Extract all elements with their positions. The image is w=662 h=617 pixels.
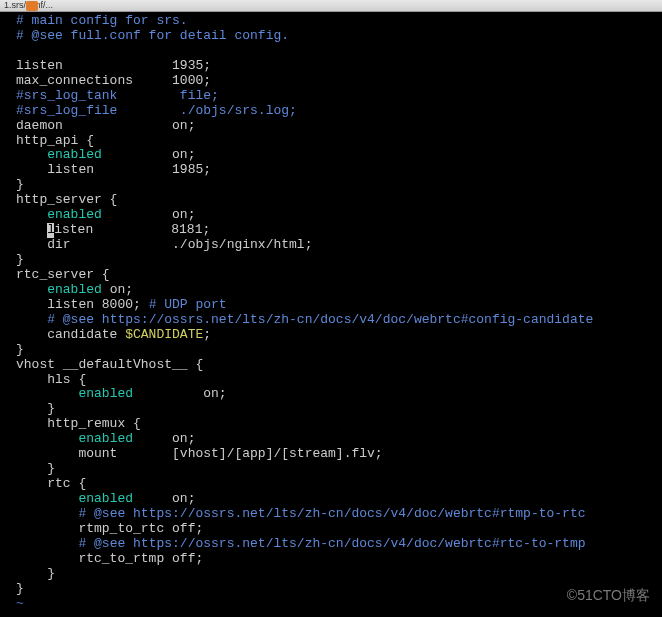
code-line: #srs_log_tank file;	[16, 89, 662, 104]
code-line: listen 8181;	[16, 223, 662, 238]
code-text: }	[16, 401, 55, 416]
comment-text: # UDP port	[149, 297, 227, 312]
code-line: vhost __defaultVhost__ {	[16, 358, 662, 373]
code-line: dir ./objs/nginx/html;	[16, 238, 662, 253]
code-text	[16, 431, 78, 446]
code-text: on;	[102, 282, 133, 297]
code-line: http_server {	[16, 193, 662, 208]
code-line: # @see https://ossrs.net/lts/zh-cn/docs/…	[16, 507, 662, 522]
code-line: rtmp_to_rtc off;	[16, 522, 662, 537]
code-text: rtc_to_rtmp off;	[16, 551, 203, 566]
code-text: }	[16, 177, 24, 192]
code-text: on;	[133, 491, 195, 506]
code-line: }	[16, 253, 662, 268]
comment-text: # @see https://ossrs.net/lts/zh-cn/docs/…	[78, 536, 585, 551]
keyword-text: enabled	[47, 282, 102, 297]
keyword-text: enabled	[78, 431, 133, 446]
code-text: http_server {	[16, 192, 117, 207]
code-line: hls {	[16, 373, 662, 388]
code-line: # @see full.conf for detail config.	[16, 29, 662, 44]
code-text: listen 8000;	[16, 297, 149, 312]
code-editor[interactable]: # main config for srs.# @see full.conf f…	[0, 12, 662, 612]
code-text	[16, 222, 47, 237]
app-icon	[26, 1, 38, 11]
code-line: rtc_server {	[16, 268, 662, 283]
code-text: }	[16, 252, 24, 267]
watermark: ©51CTO博客	[567, 587, 650, 603]
code-text	[16, 312, 47, 327]
code-line: listen 8000; # UDP port	[16, 298, 662, 313]
keyword-text: enabled	[47, 207, 102, 222]
variable-text: $CANDIDATE	[125, 327, 203, 342]
code-text: dir ./objs/nginx/html;	[16, 237, 312, 252]
code-text: listen 1985;	[16, 162, 211, 177]
code-line: # @see https://ossrs.net/lts/zh-cn/docs/…	[16, 537, 662, 552]
code-text: vhost __defaultVhost__ {	[16, 357, 203, 372]
code-text	[16, 282, 47, 297]
code-text: http_api {	[16, 133, 94, 148]
code-line: # main config for srs.	[16, 14, 662, 29]
code-line: http_api {	[16, 134, 662, 149]
code-text: ;	[203, 327, 211, 342]
code-line: }	[16, 462, 662, 477]
keyword-text: enabled	[47, 147, 102, 162]
code-line: enabled on;	[16, 208, 662, 223]
code-line: http_remux {	[16, 417, 662, 432]
comment-text: #srs_log_file ./objs/srs.log;	[16, 103, 297, 118]
code-text	[16, 147, 47, 162]
code-line: max_connections 1000;	[16, 74, 662, 89]
code-line: rtc_to_rtmp off;	[16, 552, 662, 567]
code-line: enabled on;	[16, 432, 662, 447]
code-text: on;	[133, 386, 227, 401]
comment-text: #srs_log_tank file;	[16, 88, 219, 103]
code-line: }	[16, 582, 662, 597]
keyword-text: enabled	[78, 386, 133, 401]
code-text: http_remux {	[16, 416, 141, 431]
code-text: candidate	[16, 327, 125, 342]
code-text: on;	[102, 147, 196, 162]
code-text	[16, 386, 78, 401]
code-text	[16, 207, 47, 222]
code-line: }	[16, 178, 662, 193]
code-line	[16, 44, 662, 59]
code-line: #srs_log_file ./objs/srs.log;	[16, 104, 662, 119]
code-text: on;	[102, 207, 196, 222]
comment-text: # main config for srs.	[16, 13, 188, 28]
code-line: listen 1935;	[16, 59, 662, 74]
code-line: mount [vhost]/[app]/[stream].flv;	[16, 447, 662, 462]
code-text: rtc {	[16, 476, 86, 491]
code-line: }	[16, 402, 662, 417]
code-text: }	[16, 461, 55, 476]
code-text: hls {	[16, 372, 86, 387]
keyword-text: enabled	[78, 491, 133, 506]
code-text: }	[16, 581, 24, 596]
code-text: daemon on;	[16, 118, 195, 133]
code-text	[16, 491, 78, 506]
code-line: listen 1985;	[16, 163, 662, 178]
code-text: rtmp_to_rtc off;	[16, 521, 203, 536]
code-text: listen 1935;	[16, 58, 211, 73]
code-line: ~	[16, 597, 662, 612]
code-line: rtc {	[16, 477, 662, 492]
code-text: on;	[133, 431, 195, 446]
code-text: mount [vhost]/[app]/[stream].flv;	[16, 446, 383, 461]
code-line: candidate $CANDIDATE;	[16, 328, 662, 343]
comment-text: # @see https://ossrs.net/lts/zh-cn/docs/…	[78, 506, 585, 521]
titlebar: 1.srs/conf/...	[0, 0, 662, 12]
code-text: }	[16, 566, 55, 581]
code-line: # @see https://ossrs.net/lts/zh-cn/docs/…	[16, 313, 662, 328]
code-line: }	[16, 343, 662, 358]
code-text: }	[16, 342, 24, 357]
code-text	[16, 536, 78, 551]
comment-text: # @see https://ossrs.net/lts/zh-cn/docs/…	[47, 312, 593, 327]
comment-text: # @see full.conf for detail config.	[16, 28, 289, 43]
code-line: }	[16, 567, 662, 582]
code-text: max_connections 1000;	[16, 73, 211, 88]
code-line: enabled on;	[16, 492, 662, 507]
code-text: isten 8181;	[54, 222, 210, 237]
code-line: enabled on;	[16, 283, 662, 298]
code-line: enabled on;	[16, 148, 662, 163]
code-text	[16, 506, 78, 521]
code-line: daemon on;	[16, 119, 662, 134]
code-text: rtc_server {	[16, 267, 110, 282]
